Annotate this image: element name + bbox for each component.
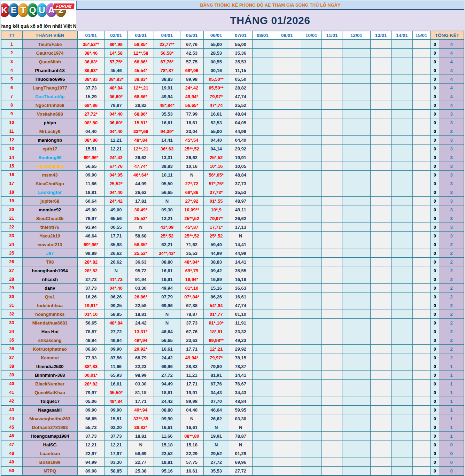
member-name-link[interactable]: Muavangboithu263 [22, 414, 78, 423]
member-name-link[interactable]: Hoc Hoi [22, 327, 78, 336]
member-name-link[interactable]: Naagasakii [22, 406, 78, 414]
member-name-link[interactable]: phipn [22, 118, 78, 127]
day-cell: 15,51 [104, 414, 128, 423]
member-name-link[interactable]: Ngoctrinh268 [22, 101, 78, 110]
member-name-link[interactable]: emvatoi213 [22, 240, 78, 249]
day-cell [273, 362, 301, 371]
member-name-link[interactable]: momloe92 [22, 205, 78, 214]
day-cell [392, 214, 413, 223]
date-column-header: 07/01 [229, 31, 252, 40]
day-cell [252, 362, 273, 371]
member-name-link[interactable]: Hoangcamap1984 [22, 432, 78, 440]
day-cell: 49,94 [154, 92, 180, 101]
member-name-link[interactable]: cptb17 [22, 145, 78, 153]
total-zero-cell: 0 [430, 292, 439, 301]
member-name-link[interactable]: LangThang1977 [22, 84, 78, 92]
member-name-link[interactable]: Gautruc1974 [22, 49, 78, 57]
day-cell: N [154, 310, 180, 319]
day-cell: 79,97 [77, 214, 104, 223]
total-zero-cell: 0 [430, 440, 439, 449]
member-name-link[interactable]: Miendathua6683 [22, 319, 78, 327]
member-row: 27hoangthanh199428*,82N95,7216,6169*,790… [1, 266, 464, 275]
member-name-link[interactable]: SieuChoiNgu [22, 179, 78, 188]
day-cell [392, 118, 413, 127]
member-name-link[interactable]: Phamthanh18 [22, 66, 78, 75]
member-name-link[interactable]: Dothanh2781983 [22, 423, 78, 432]
member-name-link[interactable]: QuenMatKhau [22, 388, 78, 397]
member-name-link[interactable]: Lookingfor [22, 188, 78, 197]
day-cell: 47*,74 [203, 101, 229, 110]
member-name-link[interactable]: Boss1989 [22, 458, 78, 467]
total-score-cell: 3 [439, 188, 464, 197]
day-cell: 46,64 [203, 406, 229, 414]
day-cell: 35,36 [229, 49, 252, 57]
member-name-link[interactable]: Yacu2k19 [22, 232, 78, 240]
day-cell [342, 101, 370, 110]
member-name-link[interactable]: danv [22, 284, 78, 292]
member-name-link[interactable]: thiendia2530 [22, 362, 78, 371]
total-score-cell: 4 [439, 49, 464, 57]
day-cell: 08,80 [154, 258, 180, 266]
member-row: 5Thuoclao699638*,8338*,83*38,83*38,8389,… [1, 75, 464, 84]
day-cell: 22,97 [77, 449, 104, 458]
rank-cell: 39 [1, 371, 22, 380]
member-name-link[interactable]: SieuChuoi35 [22, 214, 78, 223]
column-header-row: TT THÀNH VIÊN 01/0102/0103/0104/0105/010… [1, 31, 464, 40]
day-cell: 48*,84 [104, 319, 128, 327]
member-name-link[interactable]: Sonlong86 [22, 153, 78, 162]
day-cell: 25,38 [128, 467, 154, 476]
member-name-link[interactable]: NTPQ [22, 467, 78, 476]
member-name-link[interactable]: thientt76 [22, 223, 78, 232]
member-name-link[interactable]: Thuoclao6996 [22, 75, 78, 84]
day-cell [301, 301, 322, 310]
member-name-link[interactable]: MrLucky9 [22, 127, 78, 136]
day-cell: 49,94 [77, 336, 104, 345]
member-name-link[interactable]: Qtv1 [22, 292, 78, 301]
member-name-link[interactable]: Luantoan [22, 449, 78, 458]
day-cell [413, 145, 431, 153]
member-name-link[interactable]: lodetinhhoa [22, 301, 78, 310]
member-name-link[interactable]: T98 [22, 258, 78, 266]
member-name-link[interactable]: BlackNumber [22, 380, 78, 388]
day-cell [321, 371, 342, 380]
day-cell [273, 301, 301, 310]
member-name-link[interactable]: J97 [22, 249, 78, 258]
total-score-cell: 0 [439, 449, 464, 458]
site-logo[interactable]: KETQUA2 FORUM Trang kết quả xổ số lớn nh… [1, 1, 76, 31]
member-name-link[interactable]: QuanMinh [22, 57, 78, 66]
day-cell [273, 136, 301, 145]
day-cell [392, 310, 413, 319]
day-cell: 69,96 [154, 301, 180, 310]
day-cell [273, 327, 301, 336]
member-row: 10phipn08*,8006,60*15,51*16,6116,6152,53… [1, 118, 464, 127]
day-cell: 10,11 [154, 171, 180, 179]
day-cell [371, 301, 392, 310]
day-cell: 22,77 [128, 458, 154, 467]
member-name-link[interactable]: Kemmut [22, 353, 78, 362]
member-name-link[interactable]: hoangthanh1994 [22, 266, 78, 275]
member-name-link[interactable]: Toique17 [22, 397, 78, 406]
member-name-link[interactable]: HaiSG [22, 440, 78, 449]
day-cell: 38*,83 [77, 362, 104, 371]
member-name-link[interactable]: jupiter68 [22, 197, 78, 205]
member-name-link[interactable]: msm43 [22, 171, 78, 179]
day-cell: 94,99 [77, 458, 104, 467]
rank-cell: 9 [1, 110, 22, 118]
member-name-link[interactable]: shkaksang [22, 336, 78, 345]
member-name-link[interactable]: manlongnb [22, 136, 78, 145]
day-cell [342, 110, 370, 118]
day-cell [321, 66, 342, 75]
member-name-link[interactable]: DocThuLoVip [22, 92, 78, 101]
member-name-link[interactable]: Voskahn688 [22, 110, 78, 118]
day-cell: 76,67 [229, 380, 252, 388]
member-name-link[interactable]: TieufuFake [22, 40, 78, 49]
day-cell [252, 449, 273, 458]
member-name-link[interactable]: Binhminh-368 [22, 371, 78, 380]
member-name-link[interactable]: nhcsxh [22, 275, 78, 284]
day-cell: 49*,94 [128, 336, 154, 345]
member-row: 41QuenMatKhau79,9705,50*81,1818,8119,913… [1, 388, 464, 397]
member-name-link[interactable]: Hainam8888 [22, 162, 78, 171]
member-name-link[interactable]: hoangminhks [22, 310, 78, 319]
day-cell: 27,72 [229, 467, 252, 476]
member-name-link[interactable]: Kotruotphatnao [22, 345, 78, 353]
